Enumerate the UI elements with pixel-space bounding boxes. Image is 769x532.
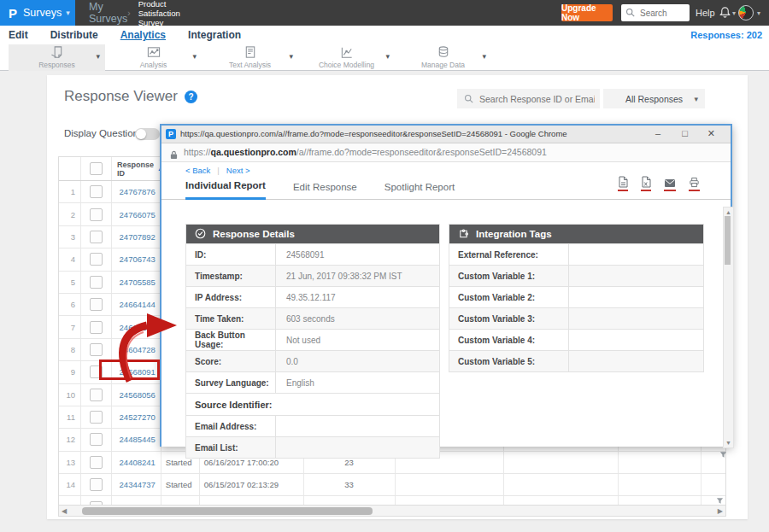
popup-vertical-scrollbar[interactable]: ▲ ▼ — [723, 207, 734, 448]
subnav-item-edit[interactable]: Edit — [9, 29, 28, 41]
popup-url[interactable]: https://qa.questionpro.com/a//frame.do?m… — [184, 143, 547, 161]
row-checkbox[interactable] — [90, 231, 103, 243]
responses-count[interactable]: Responses: 202 — [690, 26, 762, 44]
horizontal-scrollbar[interactable]: ◀ ▶ — [58, 506, 726, 517]
row-checkbox[interactable] — [90, 253, 103, 266]
chevron-down-icon[interactable]: ▾ — [385, 52, 390, 61]
chevron-down-icon[interactable]: ▾ — [757, 9, 760, 17]
response-id-link[interactable]: 24706743 — [112, 248, 161, 270]
response-id-link[interactable]: 24408241 — [112, 452, 161, 473]
toolbar-item-analysis[interactable]: Analysis▾ — [105, 44, 202, 71]
response-id-link[interactable]: 24767876 — [112, 181, 161, 202]
tab-edit-response[interactable]: Edit Response — [293, 182, 357, 199]
minimize-button[interactable]: – — [655, 126, 660, 142]
popup-title-bar[interactable]: P https://qa.questionpro.com/a//frame.do… — [161, 126, 731, 143]
row-checkbox[interactable] — [90, 185, 103, 198]
row-checkbox[interactable] — [90, 478, 103, 491]
toolbar-item-text-analysis[interactable]: Text Analysis▾ — [202, 44, 298, 71]
popup-address-bar[interactable]: https://qa.questionpro.com/a//frame.do?m… — [161, 143, 731, 162]
scrollbar-thumb[interactable] — [725, 216, 731, 265]
row-checkbox[interactable] — [90, 411, 103, 424]
filter-icon[interactable] — [719, 447, 727, 462]
response-filter-dropdown[interactable]: All Responses ▾ — [603, 89, 705, 108]
upgrade-now-button[interactable]: Upgrade Now — [561, 4, 613, 21]
product-switcher[interactable]: P Surveys ▾ — [0, 0, 75, 26]
next-link[interactable]: Next > — [226, 166, 250, 175]
url-domain: qa.questionpro.com — [211, 147, 296, 157]
global-search-box[interactable] — [621, 4, 690, 21]
response-id-link[interactable]: 24707892 — [112, 226, 161, 248]
row-checkbox[interactable] — [90, 433, 103, 446]
scroll-up-icon[interactable]: ▲ — [724, 209, 733, 215]
display-questions-toggle[interactable] — [135, 128, 160, 140]
scrollbar-thumb[interactable] — [82, 507, 373, 515]
help-question-icon[interactable]: ? — [185, 91, 197, 103]
questionpro-app: P Surveys ▾ My Surveys › Product Satisfa… — [0, 0, 769, 532]
tab-individual-report[interactable]: Individual Report — [185, 180, 266, 200]
detail-row: Timestamp:21 Jun, 2017 09:38:32 PM IST — [186, 265, 439, 286]
print-icon[interactable] — [689, 176, 700, 191]
scroll-left-icon[interactable]: ◀ — [62, 506, 67, 516]
maximize-button[interactable]: □ — [682, 126, 688, 142]
response-id-link[interactable]: 24705585 — [112, 272, 161, 293]
detail-value: 21 Jun, 2017 09:38:32 PM IST — [276, 266, 439, 286]
row-checkbox[interactable] — [90, 389, 103, 401]
detail-value — [569, 287, 703, 307]
excel-icon[interactable] — [641, 176, 651, 191]
top-navbar: P Surveys ▾ My Surveys › Product Satisfa… — [0, 0, 769, 26]
integration-tags-title: Integration Tags — [476, 229, 552, 239]
response-id-link[interactable]: 24485445 — [112, 429, 161, 450]
row-checkbox[interactable] — [90, 343, 103, 356]
back-link[interactable]: < Back — [185, 166, 210, 175]
toolbar-item-manage-data[interactable]: Manage Data▾ — [395, 44, 491, 71]
table-row: 1424344737Started06/15/2017 02:13:2933 — [59, 474, 725, 496]
chevron-down-icon[interactable]: ▾ — [289, 52, 293, 61]
table-cell — [619, 496, 701, 506]
row-checkbox[interactable] — [90, 276, 103, 289]
chrome-popup-window: P https://qa.questionpro.com/a//frame.do… — [160, 124, 732, 447]
help-link[interactable]: Help — [696, 0, 715, 26]
response-search-input[interactable] — [478, 93, 596, 105]
response-time-taken: 73 — [304, 496, 396, 506]
global-search-input[interactable] — [638, 8, 693, 19]
subnav-item-distribute[interactable]: Distribute — [50, 29, 98, 41]
response-id-link[interactable]: 24527270 — [112, 406, 161, 428]
pdf-icon[interactable] — [618, 176, 628, 191]
row-checkbox[interactable] — [90, 456, 103, 469]
subnav-item-analytics[interactable]: Analytics — [120, 29, 166, 41]
response-search-box[interactable] — [457, 89, 600, 108]
detail-value: 603 seconds — [276, 308, 439, 329]
chevron-down-icon[interactable]: ▾ — [96, 52, 100, 61]
chevron-down-icon[interactable]: ▾ — [732, 9, 736, 17]
detail-row: Custom Variable 1: — [449, 265, 703, 286]
toolbar-item-responses[interactable]: Responses▾ — [9, 44, 105, 71]
notifications-bell-icon[interactable] — [719, 6, 731, 22]
row-checkbox[interactable] — [90, 298, 103, 311]
detail-label: Custom Variable 2: — [449, 287, 569, 307]
row-number: 11 — [59, 406, 81, 428]
chevron-down-icon[interactable]: ▾ — [192, 52, 197, 61]
response-id-link[interactable]: 24344737 — [112, 474, 161, 495]
email-icon[interactable] — [664, 176, 676, 191]
tab-spotlight-report[interactable]: Spotlight Report — [384, 182, 455, 199]
toolbar-item-choice-modelling[interactable]: Choice Modelling▾ — [298, 44, 395, 71]
user-avatar[interactable] — [738, 5, 754, 20]
detail-value — [569, 308, 703, 329]
breadcrumb-my-surveys[interactable]: My Surveys — [89, 1, 120, 25]
check-circle-icon — [195, 228, 206, 241]
scroll-down-icon[interactable]: ▼ — [724, 440, 733, 446]
response-id-link[interactable]: 24568056 — [112, 384, 161, 406]
response-id-link[interactable]: 24766075 — [112, 203, 161, 225]
detail-value — [276, 416, 439, 436]
subnav-item-integration[interactable]: Integration — [188, 29, 241, 41]
row-checkbox[interactable] — [90, 321, 103, 334]
close-button[interactable]: ✕ — [707, 126, 715, 142]
response-id-link[interactable]: 24337625 — [112, 496, 161, 506]
row-checkbox[interactable] — [90, 208, 103, 221]
chevron-down-icon[interactable]: ▾ — [482, 52, 486, 61]
detail-label: Time Taken: — [186, 308, 276, 329]
filter-icon[interactable] — [716, 493, 724, 508]
response-id-header[interactable]: Response ID ▲ — [112, 157, 161, 180]
popup-window-title: https://qa.questionpro.com/a//frame.do?m… — [180, 126, 567, 143]
select-all-checkbox[interactable] — [90, 162, 103, 175]
